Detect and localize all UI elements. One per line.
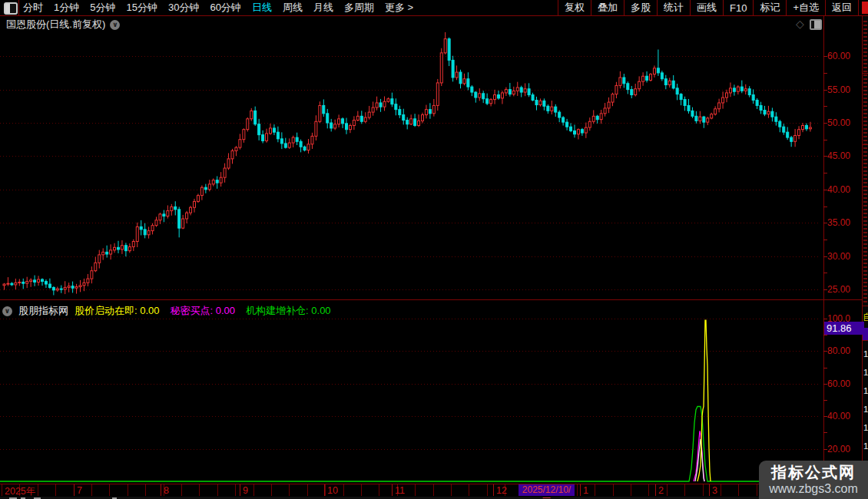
time-axis-minor-tick — [325, 484, 326, 496]
time-axis-minor-tick — [145, 484, 146, 496]
axis-tick-minor — [823, 106, 827, 107]
period-tab-10[interactable]: 更多 > — [385, 1, 413, 15]
collapse-icon[interactable]: ∨ — [2, 306, 12, 316]
watermark-url: www.zbgs3.com — [769, 481, 858, 497]
period-tab-8[interactable]: 月线 — [313, 1, 333, 15]
time-axis-minor-tick — [235, 484, 236, 496]
period-tab-6[interactable]: 日线 — [252, 1, 272, 15]
month-tick — [240, 484, 240, 496]
time-axis-minor-tick — [631, 484, 631, 496]
gridline-main — [0, 256, 818, 257]
gridline-main — [0, 90, 818, 91]
period-tab-0[interactable]: 分时 — [23, 1, 43, 15]
month-tick — [74, 484, 75, 496]
chart-title-row: 国恩股份(日线.前复权) ∨ — [6, 18, 120, 31]
time-axis-minor-tick — [648, 484, 649, 496]
price-label: 50.00 — [827, 117, 863, 128]
price-label: 35.00 — [827, 217, 863, 228]
gridline-sub — [0, 449, 818, 450]
site-watermark: 指标公式网 www.zbgs3.com — [759, 461, 868, 499]
sub-price-label: 40.00 — [827, 411, 863, 421]
date-badge: 2025/12/10/三 — [518, 484, 575, 496]
time-axis-minor-tick — [271, 484, 272, 496]
period-tab-3[interactable]: 15分钟 — [126, 1, 157, 15]
tool-button-0[interactable]: 复权 — [558, 0, 591, 15]
axis-tick-minor — [823, 207, 827, 207]
diamond-icon[interactable]: ◇ — [796, 18, 804, 30]
period-tab-7[interactable]: 周线 — [283, 1, 303, 15]
gridline-sub — [0, 319, 818, 319]
axis-tick-minor — [823, 273, 827, 273]
clipped-quote-strip[interactable]: 自 1111111 — [862, 16, 868, 496]
value-badge: 91.86 — [824, 322, 864, 335]
axis-tick-minor — [823, 73, 827, 74]
period-tab-2[interactable]: 5分钟 — [90, 1, 115, 15]
axis-tick-minor — [823, 432, 827, 433]
app-root: 分时1分钟5分钟15分钟30分钟60分钟日线周线月线多周期更多 > 复权叠加多股… — [0, 0, 868, 499]
time-axis-minor-tick — [307, 484, 308, 496]
tool-button-4[interactable]: 画线 — [690, 0, 723, 15]
chevron-down-icon[interactable]: ∨ — [110, 20, 120, 30]
month-tick — [392, 484, 393, 496]
time-axis-minor-tick — [343, 484, 344, 496]
axis-tick-minor — [823, 368, 827, 368]
time-axis-minor-tick — [199, 484, 200, 496]
top-menubar: 分时1分钟5分钟15分钟30分钟60分钟日线周线月线多周期更多 > 复权叠加多股… — [0, 0, 868, 16]
time-axis-minor-tick — [577, 484, 578, 496]
tool-button-6[interactable]: 标记 — [753, 0, 786, 15]
price-label: 40.00 — [827, 184, 863, 195]
tool-button-3[interactable]: 统计 — [657, 0, 690, 15]
time-axis-minor-tick — [415, 484, 416, 496]
month-tick — [324, 484, 325, 496]
clipped-digit-column: 1111111 — [863, 345, 868, 474]
time-axis-minor-tick — [38, 484, 38, 496]
period-tab-9[interactable]: 多周期 — [344, 1, 374, 15]
time-axis-minor-tick — [289, 484, 290, 496]
tools-menu: 复权叠加多股统计画线F10标记+自选返回 — [558, 0, 859, 15]
time-axis-minor-tick — [738, 484, 739, 496]
clipped-red-button[interactable] — [862, 2, 868, 14]
month-label: 12 — [496, 485, 507, 496]
layout-panel-icon[interactable] — [4, 2, 18, 15]
period-tab-5[interactable]: 60分钟 — [210, 1, 240, 15]
time-axis-minor-tick — [487, 484, 488, 496]
time-axis-minor-tick — [181, 484, 182, 496]
sub-price-label: 80.00 — [827, 345, 863, 356]
tool-button-2[interactable]: 多股 — [624, 0, 657, 15]
period-tab-1[interactable]: 1分钟 — [54, 1, 79, 15]
month-tick — [709, 484, 710, 496]
chart-canvas[interactable] — [0, 0, 868, 499]
time-axis-minor-tick — [757, 484, 757, 496]
time-axis-minor-tick — [128, 484, 128, 496]
month-tick — [493, 484, 494, 496]
month-tick — [655, 484, 656, 496]
tool-button-7[interactable]: +自选 — [786, 0, 825, 15]
month-label: 8 — [164, 485, 169, 496]
period-tab-4[interactable]: 30分钟 — [168, 1, 199, 15]
gridline-sub — [0, 416, 818, 417]
indicator-header: ∨ 股朋指标网 股价启动在即: 0.00秘密买点: 0.00机构建增补仓: 0.… — [2, 304, 331, 318]
tool-button-8[interactable]: 返回 — [825, 0, 858, 15]
time-axis-minor-tick — [684, 484, 685, 496]
gridline-main — [0, 56, 818, 57]
period-menu: 分时1分钟5分钟15分钟30分钟60分钟日线周线月线多周期更多 > — [23, 0, 413, 15]
tool-button-5[interactable]: F10 — [723, 0, 753, 15]
clipped-text — [863, 21, 867, 303]
time-axis-minor-tick — [2, 484, 2, 496]
month-label: 2 — [658, 485, 664, 496]
tool-button-1[interactable]: 叠加 — [591, 0, 624, 15]
gridline-main — [0, 289, 818, 290]
month-label: 1 — [583, 485, 588, 496]
time-axis-minor-tick — [595, 484, 595, 496]
panel-divider[interactable] — [0, 299, 868, 300]
month-label: 11 — [395, 485, 405, 496]
month-label: 10 — [327, 485, 338, 496]
stock-title: 国恩股份(日线.前复权) — [6, 18, 105, 31]
split-panel-icon[interactable] — [810, 19, 822, 30]
sub-price-label: 20.00 — [827, 444, 863, 454]
indicator-series-labels: 股价启动在即: 0.00秘密买点: 0.00机构建增补仓: 0.00 — [75, 304, 331, 318]
indicator-label-0: 股价启动在即: 0.00 — [75, 304, 160, 318]
axis-tick-minor — [823, 400, 827, 401]
time-axis-minor-tick — [379, 484, 379, 496]
axis-tick-minor — [823, 240, 827, 240]
